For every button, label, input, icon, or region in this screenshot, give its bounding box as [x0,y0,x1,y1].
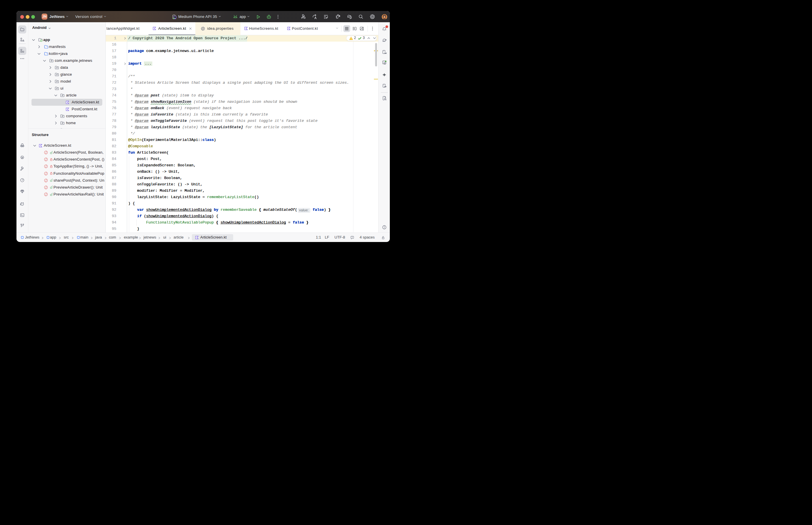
svg-text:f: f [46,165,47,168]
svg-text:f: f [46,193,47,196]
svg-text:f: f [46,158,47,161]
svg-text:f: f [46,172,47,175]
svg-text:f: f [46,179,47,182]
svg-text:f: f [46,151,47,154]
svg-text:f: f [46,186,47,189]
